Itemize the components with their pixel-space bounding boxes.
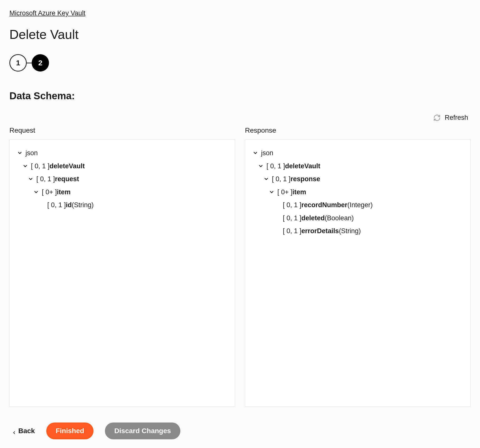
section-title: Data Schema: bbox=[9, 90, 471, 101]
request-schema-box: json [ 0, 1 ] deleteVault [ 0, 1 ] reque… bbox=[9, 139, 235, 407]
tree-node-label: json bbox=[261, 148, 273, 159]
tree-node-cardinality: [ 0, 1 ] bbox=[283, 199, 301, 211]
tree-node-label: json bbox=[25, 148, 38, 159]
breadcrumb-link[interactable]: Microsoft Azure Key Vault bbox=[9, 9, 85, 17]
tree-node-name: item bbox=[292, 187, 306, 198]
step-2[interactable]: 2 bbox=[32, 54, 49, 72]
tree-node-name: recordNumber bbox=[301, 199, 347, 211]
tree-node-cardinality: [ 0, 1 ] bbox=[47, 199, 66, 211]
tree-node-json[interactable]: json bbox=[253, 147, 463, 160]
discard-changes-button[interactable]: Discard Changes bbox=[105, 423, 180, 439]
tree-node-errordetails[interactable]: [ 0, 1 ] errorDetails (String) bbox=[253, 224, 463, 238]
tree-node-type: (String) bbox=[72, 199, 94, 211]
tree-node-cardinality: [ 0, 1 ] bbox=[36, 174, 55, 185]
page-title: Delete Vault bbox=[9, 27, 471, 42]
step-connector bbox=[27, 63, 32, 63]
finished-button[interactable]: Finished bbox=[46, 423, 94, 439]
tree-node-cardinality: [ 0, 1 ] bbox=[283, 225, 301, 237]
refresh-button[interactable]: Refresh bbox=[445, 114, 468, 122]
tree-node-name: deleteVault bbox=[49, 161, 85, 172]
tree-node-cardinality: [ 0+ ] bbox=[42, 187, 57, 198]
tree-node-type: (String) bbox=[339, 225, 361, 237]
chevron-down-icon[interactable] bbox=[253, 150, 258, 156]
tree-node-item[interactable]: [ 0+ ] item bbox=[17, 186, 227, 199]
tree-node-name: deleted bbox=[301, 213, 325, 224]
tree-node-id[interactable]: [ 0, 1 ] id (String) bbox=[17, 199, 227, 212]
chevron-down-icon[interactable] bbox=[269, 189, 274, 195]
chevron-down-icon[interactable] bbox=[264, 176, 269, 182]
tree-node-name: request bbox=[55, 174, 79, 185]
tree-node-cardinality: [ 0, 1 ] bbox=[31, 161, 49, 172]
tree-node-json[interactable]: json bbox=[17, 147, 227, 160]
back-button-label: Back bbox=[18, 427, 35, 435]
tree-node-cardinality: [ 0, 1 ] bbox=[283, 213, 301, 224]
chevron-down-icon[interactable] bbox=[33, 189, 39, 195]
tree-node-name: id bbox=[66, 199, 72, 211]
tree-node-type: (Integer) bbox=[347, 199, 373, 211]
tree-node-name: item bbox=[57, 187, 71, 198]
tree-node-deleted[interactable]: [ 0, 1 ] deleted (Boolean) bbox=[253, 212, 463, 225]
response-heading: Response bbox=[245, 126, 471, 134]
tree-node-name: response bbox=[290, 174, 320, 185]
tree-node-recordnumber[interactable]: [ 0, 1 ] recordNumber (Integer) bbox=[253, 199, 463, 212]
chevron-down-icon[interactable] bbox=[28, 176, 33, 182]
stepper: 1 2 bbox=[9, 54, 471, 72]
chevron-down-icon[interactable] bbox=[17, 150, 23, 156]
refresh-icon[interactable] bbox=[433, 114, 441, 122]
tree-node-name: errorDetails bbox=[301, 225, 339, 237]
back-button[interactable]: Back bbox=[12, 427, 35, 435]
tree-node-type: (Boolean) bbox=[325, 213, 354, 224]
tree-node-cardinality: [ 0, 1 ] bbox=[266, 161, 285, 172]
tree-node-cardinality: [ 0+ ] bbox=[277, 187, 292, 198]
step-1[interactable]: 1 bbox=[9, 54, 27, 72]
tree-node-name: deleteVault bbox=[285, 161, 320, 172]
chevron-left-icon bbox=[12, 429, 16, 433]
tree-node-request[interactable]: [ 0, 1 ] request bbox=[17, 173, 227, 186]
tree-node-cardinality: [ 0, 1 ] bbox=[272, 174, 290, 185]
tree-node-response[interactable]: [ 0, 1 ] response bbox=[253, 173, 463, 186]
tree-node-deletevault[interactable]: [ 0, 1 ] deleteVault bbox=[253, 160, 463, 173]
request-heading: Request bbox=[9, 126, 235, 134]
chevron-down-icon[interactable] bbox=[23, 163, 28, 169]
tree-node-deletevault[interactable]: [ 0, 1 ] deleteVault bbox=[17, 160, 227, 173]
response-schema-box: json [ 0, 1 ] deleteVault [ 0, 1 ] respo… bbox=[245, 139, 471, 407]
chevron-down-icon[interactable] bbox=[258, 163, 264, 169]
tree-node-item[interactable]: [ 0+ ] item bbox=[253, 186, 463, 199]
